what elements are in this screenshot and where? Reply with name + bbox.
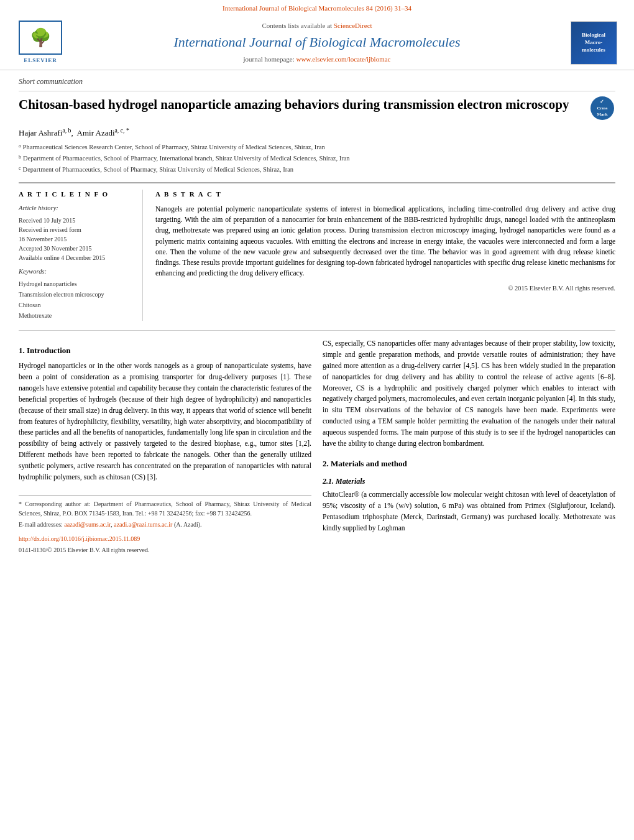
main-content: Short communication Chitosan-based hydro… [0, 70, 634, 561]
affil-sup-a: a [19, 142, 21, 150]
affil-sup-b: b [19, 154, 21, 161]
materials-para1: ChitoClear® (a commercially accessible l… [323, 489, 615, 533]
intro-para2: CS, especially, CS nanoparticles offer m… [323, 338, 615, 449]
header-center: Contents lists available at ScienceDirec… [68, 21, 566, 65]
materials-heading: 2. Materials and method [323, 458, 615, 470]
affiliation-c: c Department of Pharmaceutics, School of… [19, 165, 615, 175]
affil-text-a: Pharmaceutical Sciences Research Center,… [23, 142, 325, 152]
section-divider [19, 330, 615, 331]
issn-line: 0141-8130/© 2015 Elsevier B.V. All right… [19, 545, 311, 555]
body-right-column: CS, especially, CS nanoparticles offer m… [323, 338, 615, 555]
info-abstract-section: A R T I C L E I N F O Article history: R… [19, 182, 615, 321]
keyword-1: Hydrogel nanoparticles [19, 279, 133, 289]
elsevier-name: ELSEVIER [24, 57, 57, 65]
journal-homepage: journal homepage: www.elsevier.com/locat… [81, 55, 553, 64]
elsevier-tree-icon: 🌳 [30, 25, 52, 50]
revised-date: Received in revised form16 November 2015 [19, 225, 133, 244]
article-info-column: A R T I C L E I N F O Article history: R… [19, 190, 143, 321]
journal-header: 🌳 ELSEVIER Contents lists available at S… [0, 16, 634, 70]
body-left-column: 1. Introduction Hydrogel nanoparticles o… [19, 338, 311, 555]
affiliation-a: a Pharmaceutical Sciences Research Cente… [19, 142, 615, 152]
copyright-line: © 2015 Elsevier B.V. All rights reserved… [155, 284, 615, 293]
abstract-column: A B S T R A C T Nanogels are potential p… [155, 190, 615, 321]
article-info-title: A R T I C L E I N F O [19, 190, 133, 199]
body-columns: 1. Introduction Hydrogel nanoparticles o… [19, 338, 615, 555]
journal-logo: Biological Macro- molecules [566, 21, 622, 65]
author2-name: Amir Azadi [77, 128, 115, 137]
homepage-label: journal homepage: [244, 55, 295, 63]
authors-line: Hajar Ashrafia, b, Amir Azadia, c, * [19, 126, 615, 139]
email2-link[interactable]: azadi.a@razi.tums.ac.ir [114, 521, 172, 528]
journal-title: International Journal of Biological Macr… [81, 33, 553, 52]
top-bar: International Journal of Biological Macr… [0, 0, 634, 16]
elsevier-logo: 🌳 ELSEVIER [12, 21, 68, 65]
intro-heading: 1. Introduction [19, 344, 311, 357]
keyword-3: Chitosan [19, 300, 133, 310]
journal-logo-text: Biological Macro- molecules [582, 32, 605, 53]
available-date: Available online 4 December 2015 [19, 253, 133, 262]
journal-citation: International Journal of Biological Macr… [223, 4, 411, 12]
affil-text-c: Department of Pharmaceutics, School of P… [23, 165, 294, 175]
journal-logo-image: Biological Macro- molecules [571, 21, 617, 65]
affiliations: a Pharmaceutical Sciences Research Cente… [19, 142, 615, 174]
email-footnote: E-mail addresses: aazadi@sums.ac.ir, aza… [19, 520, 311, 529]
keyword-4: Methotrexate [19, 310, 133, 321]
materials-subheading: 2.1. Materials [323, 476, 615, 487]
author1-sup: a, b [62, 127, 71, 134]
footnote-section: * Corresponding author at: Department of… [19, 495, 311, 529]
email-name: (A. Azadi). [174, 521, 202, 528]
email-label: E-mail addresses: [19, 521, 63, 528]
elsevier-logo-box: 🌳 [19, 21, 62, 55]
crossmark-icon: ✓CrossMark [590, 96, 614, 120]
doi-line: http://dx.doi.org/10.1016/j.ijbiomac.201… [19, 534, 311, 544]
affiliation-b: b Department of Pharmaceutics, School of… [19, 154, 615, 164]
article-title: Chitosan-based hydrogel nanoparticle ama… [19, 96, 590, 113]
homepage-link[interactable]: www.elsevier.com/locate/ijbiomac [296, 55, 390, 63]
corresponding-footnote: * Corresponding author at: Department of… [19, 499, 311, 518]
author2-sup: a, c, * [115, 127, 129, 134]
article-type: Short communication [19, 76, 615, 91]
crossmark-badge-container: ✓CrossMark [590, 96, 615, 120]
affil-sup-c: c [19, 165, 21, 172]
intro-para1: Hydrogel nanoparticles or in the other w… [19, 361, 311, 482]
abstract-title: A B S T R A C T [155, 190, 615, 199]
received-date: Received 10 July 2015 [19, 216, 133, 225]
keywords-list: Hydrogel nanoparticles Transmission elec… [19, 279, 133, 321]
article-title-row: Chitosan-based hydrogel nanoparticle ama… [19, 96, 615, 120]
article-history-label: Article history: [19, 204, 133, 213]
accepted-date: Accepted 30 November 2015 [19, 244, 133, 253]
email1-link[interactable]: aazadi@sums.ac.ir [64, 521, 111, 528]
affil-text-b: Department of Pharmaceutics, School of P… [23, 154, 350, 164]
contents-label: Contents lists available at [262, 22, 332, 29]
crossmark-label: ✓CrossMark [597, 99, 607, 117]
abstract-text: Nanogels are potential polymeric nanopar… [155, 204, 615, 279]
author1-name: Hajar Ashrafi [19, 128, 62, 137]
keyword-2: Transmission electron microscopy [19, 289, 133, 300]
doi-link[interactable]: http://dx.doi.org/10.1016/j.ijbiomac.201… [19, 535, 140, 542]
contents-line: Contents lists available at ScienceDirec… [81, 21, 553, 30]
sciencedirect-link[interactable]: ScienceDirect [334, 22, 372, 29]
keywords-label: Keywords: [19, 267, 133, 277]
